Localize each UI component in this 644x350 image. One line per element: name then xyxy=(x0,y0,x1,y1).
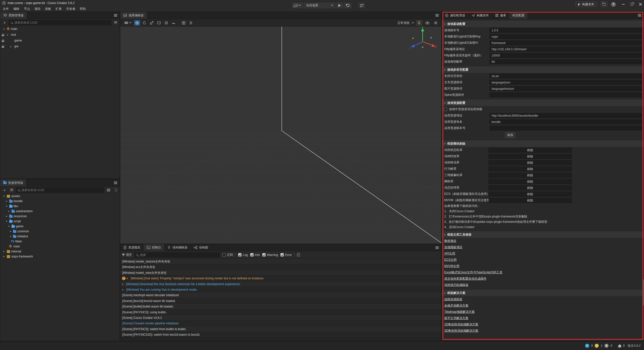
text-path-input[interactable] xyxy=(490,80,642,85)
chevron-right-icon[interactable] xyxy=(10,229,11,234)
asset-node-initialize[interactable]: initialize xyxy=(0,234,120,239)
filter-warning-checkbox[interactable]: Warning xyxy=(262,253,278,257)
doc-link[interactable]: ECS文档 xyxy=(444,258,457,262)
solution-link[interactable]: 新手引导解决方案 xyxy=(444,316,468,320)
tree-node-game[interactable]: game xyxy=(0,38,120,43)
info-icon[interactable]: i xyxy=(585,344,589,348)
crypto-key-input[interactable] xyxy=(490,34,642,39)
lighting-toggle-button[interactable] xyxy=(416,20,422,26)
chevron-down-icon[interactable] xyxy=(6,204,7,209)
asset-node-main-scene[interactable]: main xyxy=(0,244,120,249)
doc-link[interactable]: API文档 xyxy=(444,251,455,256)
preview-platform-dropdown[interactable] xyxy=(292,2,304,9)
snap-settings-button[interactable] xyxy=(181,20,187,26)
tab-scene-editor[interactable]: 场景编辑器 xyxy=(120,12,147,19)
doc-link[interactable]: 教程项目 xyxy=(444,239,456,243)
hierarchy-search-input[interactable] xyxy=(14,21,109,24)
chevron-right-icon[interactable] xyxy=(3,249,5,254)
remove-button[interactable]: 剔除 xyxy=(489,198,572,203)
panel-menu-icon[interactable] xyxy=(114,183,117,183)
chevron-right-icon[interactable] xyxy=(10,43,12,49)
asset-node-assets[interactable]: assets xyxy=(0,194,120,199)
remove-button[interactable]: 剔除 xyxy=(489,185,572,190)
scene-select-dropdown[interactable]: 当前场景 xyxy=(304,2,336,9)
clear-console-button[interactable]: 清空 xyxy=(122,253,132,257)
log-file-button[interactable] xyxy=(297,253,300,256)
http-server-input[interactable] xyxy=(490,47,642,52)
section-doc-links[interactable]: 框架文档工具链接 xyxy=(442,231,644,238)
panel-menu-icon[interactable] xyxy=(638,15,641,16)
chevron-down-icon[interactable] xyxy=(7,32,8,38)
asset-node-internal[interactable]: internal xyxy=(0,249,120,254)
asset-filter-button[interactable] xyxy=(106,188,111,193)
tab-hierarchy[interactable]: 层级管理器 xyxy=(0,12,27,19)
bell-icon[interactable] xyxy=(618,344,621,347)
console-search[interactable] xyxy=(134,252,220,257)
console-search-input[interactable] xyxy=(140,253,218,257)
asset-node-game[interactable]: game xyxy=(0,224,120,229)
chevron-down-icon[interactable] xyxy=(3,194,5,199)
remote-version-input[interactable] xyxy=(490,126,642,130)
game-version-input[interactable] xyxy=(490,28,642,33)
panel-menu-icon[interactable] xyxy=(435,15,439,16)
open-project-folder-button[interactable] xyxy=(600,2,608,7)
tab-framework-config[interactable]: 框架配置 xyxy=(509,12,528,19)
scene-settings-button[interactable] xyxy=(188,20,194,26)
gizmo-space-button[interactable] xyxy=(171,20,177,26)
lock-icon[interactable] xyxy=(2,35,4,36)
play-button[interactable] xyxy=(336,2,344,9)
assets-search-input[interactable] xyxy=(21,188,102,192)
tab-animation-editor[interactable]: 动画编辑器 xyxy=(164,244,191,251)
regex-checkbox[interactable]: 正则 xyxy=(222,253,233,257)
log-row[interactable]: [Window] render_texture文件夹存在 xyxy=(120,259,441,264)
asset-node-common[interactable]: common xyxy=(0,229,120,234)
solution-link[interactable]: 战棋游戏框架 xyxy=(444,297,462,301)
log-row[interactable]: [Window] ecs文件夹存在 xyxy=(120,264,441,270)
hierarchy-search[interactable] xyxy=(9,20,111,25)
chevron-down-icon[interactable] xyxy=(3,26,5,32)
menu-help[interactable]: 帮助 xyxy=(77,6,88,12)
viewport-settings-button[interactable] xyxy=(433,20,439,26)
tree-node-root[interactable]: root xyxy=(0,32,120,38)
doc-link[interactable]: 游戏模板项目 xyxy=(444,245,462,249)
create-asset-button[interactable] xyxy=(2,188,7,193)
tab-console[interactable]: 控制台 xyxy=(144,244,164,251)
filter-error-checkbox[interactable]: Error xyxy=(280,253,292,257)
chevron-right-icon[interactable] xyxy=(8,209,10,214)
chevron-down-icon[interactable] xyxy=(6,219,7,224)
asset-node-oops-framework[interactable]: oops-framework xyxy=(0,254,120,259)
minimize-button[interactable] xyxy=(622,4,625,5)
chevron-right-icon[interactable] xyxy=(3,254,5,259)
panel-menu-icon[interactable] xyxy=(435,247,439,248)
solution-link[interactable]: Tiledmap地图解决方案 xyxy=(444,310,475,314)
inspector-scrollbar[interactable] xyxy=(642,279,643,306)
doc-link[interactable]: 原生包热更新配置自动生成插件 xyxy=(444,277,487,281)
log-row[interactable]: [Scene] [PHYSICS2D]: switch from box2d-w… xyxy=(120,332,441,337)
close-button[interactable] xyxy=(639,3,642,6)
remove-button[interactable]: 剔除 xyxy=(489,173,572,178)
menu-node[interactable]: 节点 xyxy=(22,6,32,12)
asset-node-main-ts[interactable]: Main xyxy=(0,239,120,244)
section-solutions[interactable]: 框架解决方案 xyxy=(442,290,644,296)
tab-assets[interactable]: 资源管理器 xyxy=(0,179,26,186)
chevron-right-icon[interactable] xyxy=(10,234,11,239)
solution-link[interactable]: 3D角色扮演游戏解决方案 xyxy=(444,329,478,333)
log-row-info[interactable]: [Scene] Forward render pipeline initiali… xyxy=(120,321,441,326)
restart-button[interactable] xyxy=(344,2,352,9)
texture-path-input[interactable] xyxy=(490,86,642,91)
filter-info-checkbox[interactable]: Info xyxy=(250,253,260,257)
asset-refresh-button[interactable] xyxy=(113,188,118,193)
rotate-tool-button[interactable] xyxy=(141,20,147,26)
build-publish-button[interactable]: 构建发布 xyxy=(575,2,597,7)
tab-inspector[interactable]: 属性检查器 xyxy=(442,12,468,19)
menu-edit[interactable]: 编辑 xyxy=(11,6,22,12)
log-row[interactable]: [Scene] [bullet]:bullet wasm lib loaded. xyxy=(120,304,441,309)
remove-button[interactable]: 剔除 xyxy=(489,148,572,153)
restore-button[interactable] xyxy=(631,3,633,6)
crypto-iv-input[interactable] xyxy=(490,40,642,45)
panel-menu-icon[interactable] xyxy=(114,15,117,16)
menu-developer[interactable]: 开发者 xyxy=(64,6,77,12)
log-row[interactable]: [Window] model_view文件夹存在 xyxy=(120,270,441,276)
save-button[interactable]: 保存 xyxy=(505,132,515,138)
asset-node-script[interactable]: script xyxy=(0,219,120,224)
